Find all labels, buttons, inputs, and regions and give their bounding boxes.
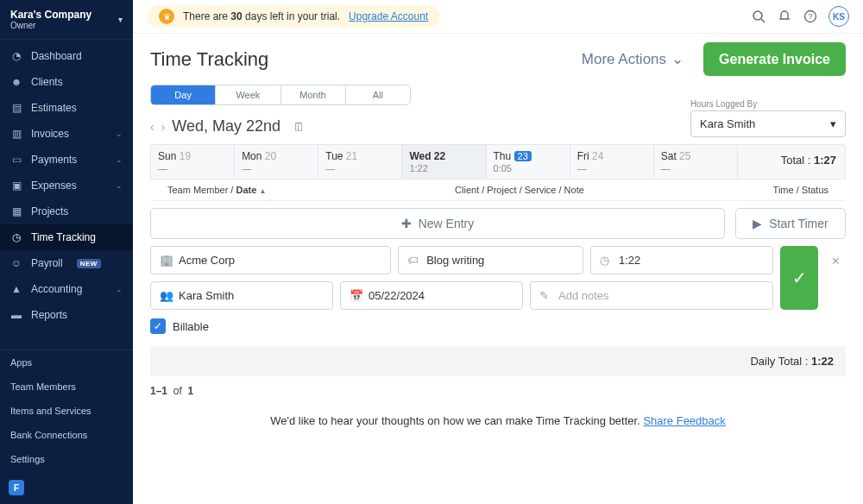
user-icon: ☻	[10, 76, 22, 88]
clock-icon: ◷	[600, 254, 612, 267]
page-title: Time Tracking	[150, 48, 268, 71]
notes-input[interactable]	[558, 289, 764, 302]
logo-icon: F	[9, 480, 24, 495]
client-input[interactable]	[179, 254, 381, 267]
sidebar-item-estimates[interactable]: ▤Estimates	[0, 95, 133, 121]
week-strip: Sun 19— Mon 20— Tue 21— Wed 221:22 Thu 2…	[150, 144, 846, 180]
billable-label: Billable	[173, 320, 209, 333]
user-field[interactable]: 👥	[150, 281, 333, 310]
confirm-button[interactable]: ✓	[780, 246, 818, 310]
close-icon: ✕	[831, 255, 841, 268]
svg-point-0	[753, 11, 762, 20]
gauge-icon: ◔	[10, 50, 22, 62]
date-input[interactable]	[369, 289, 513, 302]
time-entry-form: 🏢 🏷 ◷ 👥 📅 ✎ ✓ ✕	[150, 246, 846, 310]
sidebar-sub-team-members[interactable]: Team Members	[0, 375, 133, 399]
day-wed[interactable]: Wed 221:22	[402, 145, 486, 179]
sidebar-sub-bank-connections[interactable]: Bank Connections	[0, 423, 133, 447]
day-mon[interactable]: Mon 20—	[235, 145, 318, 179]
sidebar-item-clients[interactable]: ☻Clients	[0, 69, 133, 95]
bell-icon[interactable]	[777, 9, 792, 24]
seg-month[interactable]: Month	[280, 85, 345, 104]
user-input[interactable]	[179, 289, 324, 302]
avatar[interactable]: KS	[828, 6, 849, 27]
chevron-down-icon: ▾	[118, 15, 123, 24]
people-icon: ☺	[10, 257, 22, 269]
col-team-member[interactable]: Team Member	[167, 185, 228, 195]
calendar-icon[interactable]: 🗓	[293, 120, 305, 134]
duration-field[interactable]: ◷	[590, 246, 773, 274]
chart-icon: ▲	[10, 283, 22, 295]
cancel-button[interactable]: ✕	[825, 246, 846, 310]
clock-icon: ◷	[10, 231, 22, 243]
people-icon: 👥	[160, 289, 172, 302]
day-thu[interactable]: Thu 230:05	[487, 145, 570, 179]
sidebar-item-projects[interactable]: ▦Projects	[0, 198, 133, 224]
chevron-down-icon: ⌄	[116, 129, 123, 138]
sidebar-sub-apps[interactable]: Apps	[0, 350, 133, 375]
sidebar-secondary-nav: Apps Team Members Items and Services Ban…	[0, 350, 133, 471]
project-field[interactable]: 🏷	[398, 246, 583, 274]
duration-input[interactable]	[619, 254, 764, 267]
day-sat[interactable]: Sat 25—	[654, 145, 738, 179]
sidebar-item-payments[interactable]: ▭Payments⌄	[0, 147, 133, 173]
sidebar-item-invoices[interactable]: ▥Invoices⌄	[0, 121, 133, 147]
invoice-icon: ▥	[10, 128, 22, 140]
report-icon: ▬	[10, 309, 22, 321]
next-day-button[interactable]: ›	[161, 120, 166, 134]
building-icon: 🏢	[160, 254, 172, 267]
play-icon: ▶	[753, 217, 762, 230]
sidebar-item-payroll[interactable]: ☺PayrollNEW	[0, 250, 133, 276]
chevron-down-icon: ⌄	[671, 50, 683, 68]
billable-row: ✓ Billable	[150, 318, 846, 334]
sidebar-item-accounting[interactable]: ▲Accounting⌄	[0, 276, 133, 302]
action-row: ✚New Entry ▶Start Timer	[133, 201, 863, 246]
more-actions-button[interactable]: More Actions⌄	[570, 42, 695, 76]
sidebar-item-reports[interactable]: ▬Reports	[0, 302, 133, 328]
sidebar-sub-settings[interactable]: Settings	[0, 447, 133, 471]
client-field[interactable]: 🏢	[150, 246, 391, 274]
seg-week[interactable]: Week	[215, 85, 280, 104]
prev-day-button[interactable]: ‹	[150, 120, 154, 134]
briefcase-icon: ▦	[10, 205, 22, 217]
tag-icon: 🏷	[407, 254, 419, 267]
seg-all[interactable]: All	[345, 85, 410, 104]
check-icon: ✓	[792, 268, 807, 288]
company-switcher[interactable]: Kara's Company Owner ▾	[0, 0, 133, 40]
expense-icon: ▣	[10, 180, 22, 192]
current-date: Wed, May 22nd	[172, 117, 280, 135]
seg-day[interactable]: Day	[151, 85, 215, 104]
brand-logo: F	[0, 471, 133, 504]
col-right[interactable]: Time / Status	[773, 185, 828, 195]
hours-logged-select[interactable]: Kara Smith ▾	[690, 110, 846, 137]
generate-invoice-button[interactable]: Generate Invoice	[703, 42, 846, 76]
sidebar-item-dashboard[interactable]: ◔Dashboard	[0, 43, 133, 69]
upgrade-link[interactable]: Upgrade Account	[349, 10, 428, 22]
day-sun[interactable]: Sun 19—	[151, 145, 235, 179]
start-timer-button[interactable]: ▶Start Timer	[735, 208, 846, 239]
sidebar-item-expenses[interactable]: ▣Expenses⌄	[0, 173, 133, 198]
sidebar-item-time-tracking[interactable]: ◷Time Tracking	[0, 224, 133, 250]
plus-icon: ✚	[401, 217, 412, 230]
hours-logged-by-filter: Hours Logged By Kara Smith ▾	[690, 99, 846, 137]
notes-field[interactable]: ✎	[530, 281, 773, 310]
page-header: Time Tracking More Actions⌄ Generate Inv…	[133, 34, 863, 85]
company-role: Owner	[10, 21, 91, 30]
help-icon[interactable]: ?	[803, 9, 818, 24]
search-icon[interactable]	[751, 9, 766, 24]
daily-total-bar: Daily Total : 1:22	[150, 346, 846, 376]
share-feedback-link[interactable]: Share Feedback	[643, 414, 725, 427]
date-field[interactable]: 📅	[340, 281, 523, 310]
billable-checkbox[interactable]: ✓	[150, 318, 166, 334]
chevron-down-icon: ▾	[830, 117, 836, 130]
new-entry-button[interactable]: ✚New Entry	[150, 208, 725, 239]
day-tue[interactable]: Tue 21—	[318, 145, 402, 179]
chevron-down-icon: ⌄	[116, 181, 123, 190]
sidebar-sub-items-services[interactable]: Items and Services	[0, 399, 133, 423]
project-input[interactable]	[426, 254, 574, 267]
col-middle[interactable]: Client / Project / Service / Note	[455, 185, 584, 195]
col-date[interactable]: Date ▲	[236, 185, 266, 195]
day-fri[interactable]: Fri 24—	[570, 145, 654, 179]
trial-pill: ♛ There are 30 days left in your trial. …	[147, 5, 440, 28]
new-badge: NEW	[77, 259, 101, 268]
